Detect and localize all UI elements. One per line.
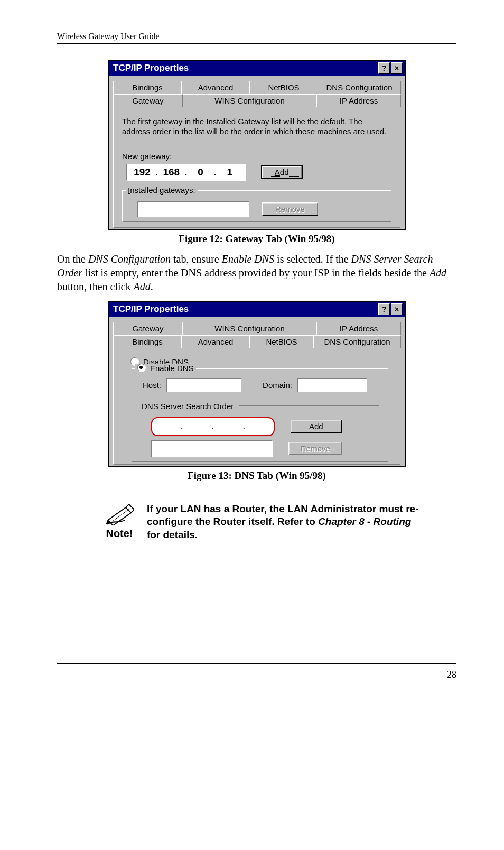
add-button[interactable]: Add (262, 165, 302, 179)
ip-octet-2[interactable]: 168 (159, 167, 183, 178)
dialog-title: TCP/IP Properties (113, 63, 189, 73)
note-icon-label: Note! (105, 528, 134, 540)
figure-13: TCP/IP Properties ? × Gateway WINS Confi… (57, 301, 456, 482)
figure-12: TCP/IP Properties ? × Bindings Advanced … (57, 60, 456, 245)
ip-octet-1[interactable]: 192 (130, 167, 154, 178)
add-button[interactable]: Add (291, 420, 342, 433)
tab-advanced[interactable]: Advanced (181, 335, 250, 348)
close-button[interactable]: × (391, 303, 403, 315)
tcpip-dialog-gateway: TCP/IP Properties ? × Bindings Advanced … (108, 60, 406, 230)
tab-strip: Bindings Advanced NetBIOS DNS Configurat… (113, 81, 400, 107)
tab-advanced[interactable]: Advanced (181, 81, 250, 94)
enable-dns-radio[interactable]: Enable DNS (135, 364, 196, 373)
ip-octet-4[interactable]: 1 (218, 167, 242, 178)
titlebar: TCP/IP Properties ? × (109, 302, 405, 317)
enable-dns-group: Enable DNS Host: Domain: DNS Server Sear… (132, 368, 388, 462)
installed-gateways-list[interactable] (137, 201, 249, 217)
dns-instruction-paragraph: On the DNS Configuration tab, ensure Ena… (57, 252, 456, 293)
domain-input[interactable] (297, 378, 367, 392)
tab-gateway[interactable]: Gateway (113, 322, 183, 335)
help-button[interactable]: ? (378, 62, 390, 74)
tab-dns-configuration[interactable]: DNS Configuration (318, 81, 401, 94)
dns-search-order-label: DNS Server Search Order (142, 402, 234, 411)
divider (239, 405, 379, 406)
tcpip-dialog-dns: TCP/IP Properties ? × Gateway WINS Confi… (108, 301, 406, 467)
tab-wins-configuration[interactable]: WINS Configuration (182, 94, 317, 107)
enable-dns-label: Enable DNS (150, 364, 194, 373)
titlebar: TCP/IP Properties ? × (109, 61, 405, 76)
note-block: Note! If your LAN has a Router, the LAN … (105, 503, 419, 542)
tab-netbios[interactable]: NetBIOS (249, 335, 314, 348)
domain-label: Domain: (263, 381, 292, 390)
tab-bindings[interactable]: Bindings (113, 335, 182, 348)
page-footer: 28 (57, 663, 456, 680)
radio-icon (137, 364, 146, 372)
document-page: Wireless Gateway User Guide TCP/IP Prope… (0, 0, 504, 712)
tab-strip: Gateway WINS Configuration IP Address Bi… (113, 322, 400, 348)
dns-panel: Disable DNS Enable DNS Host: Domain: (113, 348, 400, 465)
tab-ip-address[interactable]: IP Address (316, 322, 401, 335)
running-head: Wireless Gateway User Guide (57, 32, 456, 44)
host-input[interactable] (166, 378, 241, 392)
note-icon: Note! (105, 504, 134, 540)
figure-13-caption: Figure 13: DNS Tab (Win 95/98) (188, 470, 326, 482)
dns-server-list[interactable] (151, 440, 273, 457)
page-number: 28 (447, 669, 456, 680)
gateway-panel: The first gateway in the Installed Gatew… (113, 107, 400, 228)
note-text: If your LAN has a Router, the LAN Admini… (147, 503, 419, 542)
help-button[interactable]: ? (378, 303, 390, 315)
tab-bindings[interactable]: Bindings (113, 81, 182, 94)
tab-wins-configuration[interactable]: WINS Configuration (182, 322, 317, 335)
remove-button: Remove (288, 442, 342, 455)
dialog-title: TCP/IP Properties (113, 304, 189, 315)
dns-server-ip-input[interactable]: ... (151, 417, 275, 436)
new-gateway-ip-input[interactable]: 192. 168. 0. 1 (126, 164, 246, 181)
remove-button: Remove (262, 202, 318, 216)
new-gateway-label: New gateway: (122, 152, 391, 161)
installed-gateways-label: Installed gateways: (126, 186, 198, 195)
gateway-info-text: The first gateway in the Installed Gatew… (122, 117, 391, 137)
installed-gateways-group: Installed gateways: Remove (122, 190, 391, 222)
tab-ip-address[interactable]: IP Address (316, 94, 401, 107)
tab-dns-configuration[interactable]: DNS Configuration (313, 335, 401, 348)
figure-12-caption: Figure 12: Gateway Tab (Win 95/98) (179, 233, 334, 245)
host-label: Host: (143, 381, 161, 390)
tab-gateway[interactable]: Gateway (113, 94, 183, 107)
close-button[interactable]: × (391, 62, 403, 74)
ip-octet-3[interactable]: 0 (189, 167, 213, 178)
tab-netbios[interactable]: NetBIOS (249, 81, 318, 94)
